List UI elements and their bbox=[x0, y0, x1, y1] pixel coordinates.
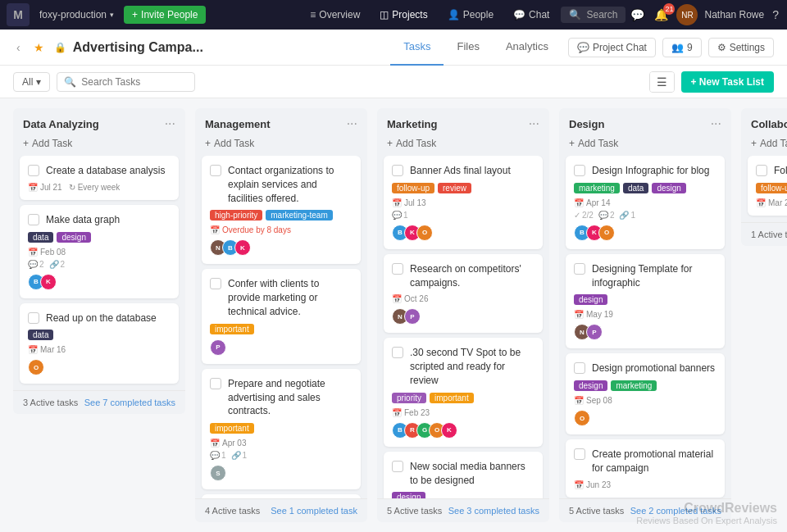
tag-design: design bbox=[57, 232, 90, 243]
task-checkbox[interactable] bbox=[210, 165, 221, 176]
calendar-icon: 📅 bbox=[392, 198, 402, 207]
task-card[interactable]: Confer with clients to provide marketing… bbox=[202, 269, 361, 363]
tab-files[interactable]: Files bbox=[444, 30, 492, 66]
see-completed-link[interactable]: See 3 completed tasks bbox=[448, 506, 539, 516]
tag-design: design bbox=[652, 183, 685, 193]
task-title: Designing Template for infographic bbox=[592, 262, 716, 290]
search-input[interactable] bbox=[81, 76, 188, 88]
task-card[interactable]: Read up on the databasedata📅 Mar 16O bbox=[20, 303, 179, 384]
tag-design: design bbox=[392, 492, 425, 498]
workspace-selector[interactable]: foxy-production ▾ bbox=[33, 9, 121, 20]
task-checkbox[interactable] bbox=[28, 214, 39, 225]
nav-projects[interactable]: ◫ Projects bbox=[371, 6, 435, 24]
view-toggle: ☰ bbox=[649, 71, 675, 93]
task-card[interactable]: Create promotional material for campaign… bbox=[566, 439, 725, 498]
workspace-name: foxy-production bbox=[39, 9, 107, 20]
task-checkbox[interactable] bbox=[392, 263, 403, 275]
plus-icon: + bbox=[23, 138, 29, 149]
list-view-button[interactable]: ☰ bbox=[650, 72, 674, 92]
task-avatar: K bbox=[234, 239, 251, 256]
back-button[interactable]: ‹ bbox=[13, 38, 24, 57]
task-card[interactable]: .30 second TV Spot to be scripted and re… bbox=[384, 338, 543, 446]
new-task-list-button[interactable]: + New Task List bbox=[681, 71, 774, 93]
invite-people-button[interactable]: + Invite People bbox=[124, 6, 206, 24]
task-card[interactable]: Create a database analysis📅 Jul 21↻ Ever… bbox=[20, 156, 179, 200]
user-avatar[interactable]: NR bbox=[676, 4, 698, 25]
task-avatar: S bbox=[210, 465, 226, 481]
add-task-button[interactable]: + Add Task bbox=[195, 136, 367, 156]
task-date: 📅 May 19 bbox=[574, 310, 613, 319]
task-date: 📅 Mar 16 bbox=[28, 345, 66, 354]
see-completed-link[interactable]: See 7 completed tasks bbox=[84, 398, 175, 407]
search-bar[interactable]: 🔍 Search bbox=[561, 7, 626, 23]
notifications-button[interactable]: 🔔 21 bbox=[653, 7, 670, 23]
link-icon: 🔗 bbox=[49, 260, 59, 269]
see-completed-link[interactable]: See 2 completed tasks bbox=[630, 506, 721, 516]
project-title: Advertising Campa... bbox=[73, 40, 203, 55]
task-avatar: P bbox=[210, 339, 226, 356]
task-checkbox[interactable] bbox=[574, 362, 585, 374]
task-checkbox[interactable] bbox=[574, 263, 585, 275]
settings-button[interactable]: ⚙ Settings bbox=[708, 38, 774, 57]
favorite-button[interactable]: ★ bbox=[30, 38, 48, 57]
task-card[interactable]: Designing Template for infographicdesign… bbox=[566, 254, 725, 349]
task-title: Follow up with the spo... bbox=[774, 164, 787, 178]
add-task-button[interactable]: + Add Task bbox=[559, 136, 731, 156]
task-card[interactable]: Follow up with the spo...follow-up📅 Mar … bbox=[748, 156, 787, 216]
column-menu-button[interactable]: ··· bbox=[347, 116, 357, 131]
column-body: Contact organizations to explain service… bbox=[195, 156, 367, 498]
column-menu-button[interactable]: ··· bbox=[529, 116, 539, 131]
nav-chat[interactable]: 💬 Chat bbox=[505, 6, 557, 24]
nav-overview[interactable]: ≡ Overview bbox=[302, 6, 368, 24]
help-icon[interactable]: ? bbox=[771, 7, 780, 23]
calendar-icon: 📅 bbox=[574, 480, 584, 489]
toolbar: All ▾ 🔍 ☰ + New Task List bbox=[0, 66, 787, 98]
task-card[interactable]: Research on competitors' campaigns.📅 Oct… bbox=[384, 254, 543, 334]
task-title: Design promotional banners bbox=[592, 361, 716, 375]
add-task-button[interactable]: + Add Task bbox=[13, 136, 185, 156]
column-header: Design ··· bbox=[559, 108, 731, 136]
task-checkbox[interactable] bbox=[756, 165, 767, 176]
task-card[interactable]: Banner Ads final layoutfollow-upreview📅 … bbox=[384, 156, 543, 249]
task-checkbox[interactable] bbox=[574, 448, 585, 460]
task-checkbox[interactable] bbox=[574, 165, 585, 176]
task-card[interactable]: Design promotional bannersdesignmarketin… bbox=[566, 353, 725, 434]
task-card[interactable]: New social media banners to be designedd… bbox=[384, 452, 543, 498]
calendar-icon: 📅 bbox=[210, 225, 220, 234]
task-checkbox[interactable] bbox=[392, 461, 403, 472]
tab-analytics[interactable]: Analytics bbox=[493, 30, 562, 66]
task-date: 📅 Jun 23 bbox=[574, 480, 611, 489]
project-chat-button[interactable]: 💬 Project Chat bbox=[568, 38, 656, 57]
task-links: 🔗 2 bbox=[49, 260, 66, 269]
comments-button[interactable]: 💬 bbox=[629, 7, 646, 23]
task-card[interactable]: Design Infographic for blogmarketingdata… bbox=[566, 156, 725, 249]
members-button[interactable]: 👥 9 bbox=[662, 38, 702, 57]
task-checkbox[interactable] bbox=[210, 278, 221, 289]
task-card[interactable]: Make data graphdatadesign📅 Feb 08💬 2🔗 2B… bbox=[20, 205, 179, 298]
add-task-button[interactable]: + Add Task bbox=[741, 136, 787, 156]
calendar-icon: 📅 bbox=[392, 294, 402, 303]
task-checkbox[interactable] bbox=[392, 165, 403, 176]
task-comments: 💬 1 bbox=[210, 451, 226, 460]
task-card[interactable]: Prepare and negotiate advertising and sa… bbox=[202, 369, 361, 489]
filter-dropdown[interactable]: All ▾ bbox=[13, 72, 50, 92]
add-task-button[interactable]: + Add Task bbox=[377, 136, 549, 156]
tab-tasks[interactable]: Tasks bbox=[390, 30, 444, 66]
column-menu-button[interactable]: ··· bbox=[711, 116, 721, 131]
column-menu-button[interactable]: ··· bbox=[165, 116, 175, 131]
task-checkbox[interactable] bbox=[392, 347, 403, 358]
task-checkbox[interactable] bbox=[28, 165, 39, 176]
task-title: Read up on the database bbox=[46, 311, 171, 325]
see-completed-link[interactable]: See 1 completed task bbox=[271, 506, 357, 516]
column-body: Follow up with the spo...follow-up📅 Mar … bbox=[741, 156, 787, 222]
column-title: Management bbox=[205, 118, 270, 130]
task-card[interactable]: Contact organizations to explain service… bbox=[202, 156, 361, 264]
task-date: 📅 Oct 26 bbox=[392, 294, 428, 303]
nav-people[interactable]: 👤 People bbox=[439, 6, 502, 24]
comment-icon: 💬 bbox=[392, 211, 402, 220]
column-header: Data Analyzing ··· bbox=[13, 108, 185, 136]
task-checkbox[interactable] bbox=[210, 378, 221, 389]
task-checkbox[interactable] bbox=[28, 312, 39, 324]
calendar-icon: 📅 bbox=[574, 310, 584, 319]
task-date: 📅 Mar 20 bbox=[756, 198, 787, 207]
